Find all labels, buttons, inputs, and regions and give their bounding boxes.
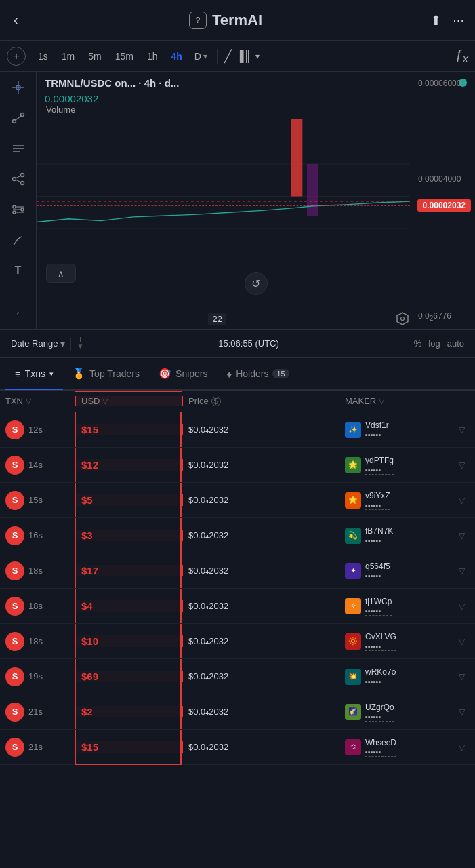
log-tool[interactable]: log [428,338,440,349]
maker-cell-4: ✦ q564f5 ▪▪▪▪▪▪ [339,561,448,580]
row-filter-icon-4[interactable]: ▽ [459,566,465,576]
maker-cell-0: ✨ Vdsf1r ▪▪▪▪▪▪ [339,420,448,439]
chart-price-display: 0.00002032 [37,92,475,105]
svg-line-13 [16,180,21,182]
sell-badge-0: S [5,420,24,439]
price-label-1: 0.00006000 [418,79,471,88]
help-badge[interactable]: ? [189,12,207,29]
chart-type-buttons: ╱ ▐║ ▾ [224,49,260,64]
row-filter-icon-7[interactable]: ▽ [459,672,465,682]
row-filter-6[interactable]: ▽ [448,637,475,646]
refresh-button[interactable]: ↺ [245,272,268,295]
collapse-sidebar-button[interactable]: ‹ [6,304,30,322]
chart-pair: TRMNL/USDC on... · 4h · d... [45,77,179,89]
crosshair-tool[interactable] [6,79,30,97]
row-filter-5[interactable]: ▽ [448,601,475,611]
tab-holders[interactable]: ♦ Holders 15 [218,359,299,390]
row-filter-7[interactable]: ▽ [448,672,475,682]
row-filter-icon-3[interactable]: ▽ [459,531,465,540]
maker-dots-9: ▪▪▪▪▪▪ [365,748,396,757]
row-filter-icon-8[interactable]: ▽ [459,707,465,717]
tf-dropdown[interactable]: D [190,48,211,64]
txn-filter-icon[interactable]: ▽ [26,397,31,406]
svg-rect-24 [291,119,302,197]
tf-1h[interactable]: 1h [142,48,163,64]
svg-point-16 [21,208,24,211]
txn-cell-2: S 15s [0,491,75,510]
line-chart-button[interactable]: ╱ [224,49,232,64]
tf-15m[interactable]: 15m [110,48,139,64]
maker-filter-icon[interactable]: ▽ [379,397,384,406]
row-filter-icon-1[interactable]: ▽ [459,460,465,470]
tf-1s[interactable]: 1s [33,48,54,64]
row-filter-2[interactable]: ▽ [448,496,475,505]
bottom-chart-bar: Date Range ▼ 15:06:55 (UTC) % log auto [0,330,475,358]
txn-cell-5: S 18s [0,597,75,616]
maker-avatar-8: 🌠 [345,704,361,720]
usd-cell-0: $15 [75,424,183,435]
svg-point-9 [12,178,16,181]
txn-cell-1: S 14s [0,456,75,475]
maker-name-1: ydPTFg [365,456,394,465]
maker-cell-8: 🌠 UZgrQo ▪▪▪▪▪▪ [339,703,448,722]
line-tool[interactable] [6,109,30,127]
more-button[interactable]: ··· [453,12,464,28]
maker-avatar-2: ⭐ [345,492,361,509]
candle-chart-button[interactable]: ▐║ [236,50,251,62]
row-filter-icon-5[interactable]: ▽ [459,601,465,611]
tf-4h[interactable]: 4h [166,48,188,64]
row-filter-icon-0[interactable]: ▽ [459,425,465,435]
usd-col-top-border [75,391,182,392]
add-indicator-button[interactable]: + [7,47,26,66]
share-button[interactable]: ⬆ [430,12,442,28]
row-filter-1[interactable]: ▽ [448,460,475,470]
filter-tool[interactable] [6,201,30,219]
time-9: 21s [28,742,43,752]
svg-line-12 [16,176,21,178]
tab-txns[interactable]: ≡ Txns [5,359,63,390]
maker-info-3: fB7N7K ▪▪▪▪▪▪ [365,526,393,545]
text-tool[interactable] [6,140,30,158]
text-label-tool[interactable]: T [6,261,30,279]
table-header: TXN ▽ USD ▽ Price $ MAKER ▽ [0,391,475,412]
row-filter-0[interactable]: ▽ [448,425,475,435]
chart-type-dropdown[interactable]: ▾ [255,52,260,61]
row-filter-4[interactable]: ▽ [448,566,475,576]
top-traders-icon: 🏅 [73,368,85,380]
tf-5m[interactable]: 5m [83,48,106,64]
collapse-volume-button[interactable]: ∧ [46,264,76,283]
row-filter-9[interactable]: ▽ [448,743,475,752]
maker-name-3: fB7N7K [365,526,393,536]
chart-main: TRMNL/USDC on... · 4h · d... 0.00002032 … [37,72,475,329]
price-label-3: 0.026776 [418,311,471,322]
tab-top-traders[interactable]: 🏅 Top Traders [63,359,149,390]
th-usd-label: USD [81,396,100,406]
price-cell-2: $0.0₄2032 [183,495,339,505]
row-filter-3[interactable]: ▽ [448,531,475,540]
usd-cell-5: $4 [75,600,183,612]
usd-filter-icon[interactable]: ▽ [102,397,108,406]
row-filter-icon-9[interactable]: ▽ [459,743,465,752]
maker-cell-9: ✩ WhseeD ▪▪▪▪▪▪ [339,738,448,757]
auto-tool[interactable]: auto [447,338,464,349]
transaction-table: S 12s $15 $0.0₄2032 ✨ Vdsf1r ▪▪▪▪▪▪ ▽ [0,412,475,765]
row-filter-8[interactable]: ▽ [448,707,475,717]
back-button[interactable]: ‹ [11,9,21,31]
date-range-button[interactable]: Date Range [11,338,65,349]
maker-avatar-1: 🌟 [345,457,361,473]
time-4: 18s [28,566,43,576]
tab-snipers[interactable]: 🎯 Snipers [149,359,217,390]
percent-tool[interactable]: % [414,338,422,349]
maker-name-0: Vdsf1r [365,420,389,430]
row-filter-icon-2[interactable]: ▽ [459,496,465,505]
fx-button[interactable]: ƒx [455,47,468,66]
maker-cell-7: 💥 wRKo7o ▪▪▪▪▪▪ [339,667,448,686]
row-filter-icon-6[interactable]: ▽ [459,637,465,646]
node-tool[interactable] [6,170,30,189]
holders-icon: ♦ [227,368,232,380]
maker-dots-4: ▪▪▪▪▪▪ [365,572,390,580]
hex-icon[interactable] [395,311,410,326]
pen-tool[interactable] [6,231,30,249]
tf-1m[interactable]: 1m [56,48,80,64]
usd-cell-8: $2 [75,706,183,717]
